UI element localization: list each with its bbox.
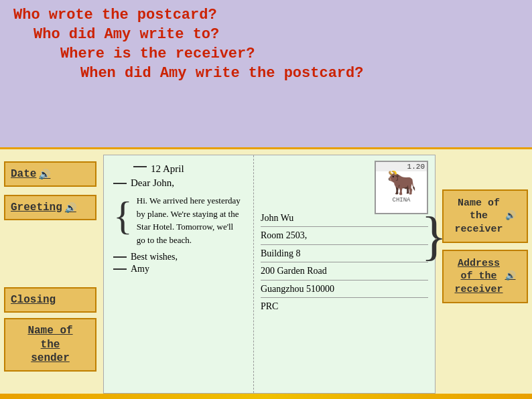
- postcard-body-text: Hi. We arrived here yesterday by plane. …: [137, 194, 244, 246]
- address-line-6: PRC: [261, 299, 428, 315]
- postcard-greeting-line: Dear John,: [113, 177, 244, 189]
- question-2: Who did Amy write to?: [34, 26, 519, 43]
- receiver-label[interactable]: Name of the receiver 🔊: [442, 189, 528, 243]
- address-block: John Wu Room 2503, Building 8 200 Garden…: [261, 211, 428, 315]
- question-3: Where is the receiver?: [60, 46, 519, 62]
- address-label[interactable]: Address of the receiver 🔊: [442, 250, 528, 303]
- greeting-speaker-icon[interactable]: 🔊: [65, 202, 76, 214]
- address-line-3: Building 8: [261, 246, 428, 262]
- closing-label-text: Closing: [11, 294, 56, 306]
- bull-icon: 🐂: [387, 173, 417, 197]
- greeting-label-text: Greeting: [11, 202, 62, 214]
- address-speaker-icon[interactable]: 🔊: [505, 271, 516, 283]
- bottom-section: Date 🔊 Greeting 🔊 Closing Name of the se…: [0, 147, 532, 399]
- postcard-area: 12 April Dear John, { Hi. We arrived her…: [103, 155, 436, 394]
- postcard-sender-line: Amy: [113, 264, 244, 274]
- address-line-4: 200 Garden Road: [261, 264, 428, 280]
- gold-bar: [0, 394, 532, 399]
- postcard-body-wrapper: { Hi. We arrived here yesterday by plane…: [113, 194, 244, 246]
- postcard-left: 12 April Dear John, { Hi. We arrived her…: [104, 155, 254, 393]
- postcard-right: 1.20 🐂 CHINA John Wu Room 2503, Building…: [254, 155, 435, 393]
- sender-label-text: Name of the sender: [27, 324, 72, 366]
- question-1: Who wrote the postcard?: [13, 7, 519, 23]
- postcard-date-text: 12 April: [151, 163, 184, 175]
- closing-label[interactable]: Closing: [4, 287, 96, 313]
- postcard-sender-text: Amy: [131, 264, 149, 274]
- stamp-country: CHINA: [392, 197, 410, 204]
- left-labels: Date 🔊 Greeting 🔊 Closing Name of the se…: [0, 149, 101, 399]
- address-label-text: Address of the receiver: [454, 257, 503, 297]
- top-section: Who wrote the postcard? Who did Amy writ…: [0, 0, 532, 147]
- stamp-value: 1.20: [376, 162, 427, 171]
- date-label[interactable]: Date 🔊: [4, 161, 96, 187]
- postcard-closing-text: Best wishes,: [131, 252, 178, 262]
- sender-label[interactable]: Name of the sender: [4, 318, 96, 372]
- greeting-label[interactable]: Greeting 🔊: [4, 195, 96, 220]
- postcard-closing-line: Best wishes,: [113, 252, 244, 262]
- address-line-2: Room 2503,: [261, 228, 428, 244]
- postcard-date-line: 12 April: [133, 163, 244, 175]
- date-label-text: Date: [11, 168, 36, 180]
- address-line-5: Guangzhou 510000: [261, 282, 428, 298]
- date-speaker-icon[interactable]: 🔊: [39, 169, 50, 180]
- question-4: When did Amy write the postcard?: [80, 65, 519, 82]
- right-labels: Name of the receiver 🔊 Address of the re…: [438, 149, 532, 399]
- open-brace-icon: {: [113, 195, 133, 236]
- receiver-speaker-icon[interactable]: 🔊: [505, 211, 516, 222]
- stamp: 1.20 🐂 CHINA: [375, 161, 428, 214]
- receiver-label-text: Name of the receiver: [454, 197, 503, 236]
- postcard-greeting-text: Dear John,: [131, 177, 174, 189]
